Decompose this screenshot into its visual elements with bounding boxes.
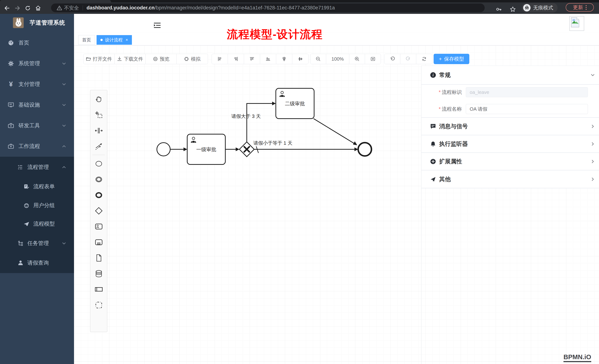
info-icon: i bbox=[430, 72, 436, 78]
browser-active-tab[interactable] bbox=[0, 0, 111, 2]
section-other[interactable]: 其他 bbox=[421, 170, 599, 188]
intermediate-event-icon[interactable] bbox=[90, 171, 107, 187]
sidebar-item-devtools[interactable]: 研发工具 bbox=[0, 115, 74, 136]
annotation-title: 流程模型-设计流程 bbox=[227, 27, 323, 42]
person-icon bbox=[17, 259, 24, 266]
sidebar: 芋道管理系统 首页 系统管理 ¥ 支付管理 基础设施 研发工具 bbox=[0, 14, 74, 364]
data-object-icon[interactable] bbox=[90, 250, 107, 266]
home-icon[interactable] bbox=[33, 3, 43, 13]
end-event[interactable] bbox=[358, 143, 371, 156]
chevron-down-icon bbox=[62, 241, 66, 246]
section-ext-attrs[interactable]: 扩展属性 bbox=[421, 153, 599, 170]
incognito-icon bbox=[523, 4, 530, 11]
send-icon bbox=[430, 176, 436, 182]
sidebar-item-payment[interactable]: ¥ 支付管理 bbox=[0, 74, 74, 95]
incognito-label: 无痕模式 bbox=[533, 4, 553, 11]
chevron-down-icon bbox=[590, 72, 595, 78]
sidebar-item-label: 流程模型 bbox=[33, 220, 55, 228]
sidebar-item-leave-query[interactable]: 请假查询 bbox=[0, 253, 74, 272]
bpmn-canvas[interactable]: 打开文件 下载文件 预览 模拟 bbox=[74, 45, 599, 364]
process-key-input[interactable] bbox=[466, 87, 588, 97]
sidebar-item-system[interactable]: 系统管理 bbox=[0, 53, 74, 74]
monitor-icon bbox=[7, 102, 14, 109]
flow-task2-end[interactable] bbox=[314, 119, 354, 143]
process-key-row: *流程标识 bbox=[421, 87, 599, 97]
sidebar-item-user-group[interactable]: 用户分组 bbox=[0, 196, 74, 215]
start-event-icon[interactable] bbox=[90, 156, 107, 171]
sidebar-item-label: 首页 bbox=[18, 39, 29, 47]
process-name-input[interactable] bbox=[466, 104, 588, 114]
sidebar-item-process-mgmt[interactable]: 流程管理 bbox=[0, 158, 74, 177]
chrome-menu-icon[interactable] bbox=[586, 5, 587, 10]
properties-panel: i 常规 *流程标识 *流程名称 消息与信号 bbox=[421, 66, 599, 188]
toolbox-icon bbox=[7, 122, 14, 129]
data-store-icon[interactable] bbox=[90, 266, 107, 281]
bpmn-io-logo[interactable]: BPMN.iO bbox=[564, 353, 591, 362]
tag-label: 设计流程 bbox=[105, 37, 123, 43]
group-icon[interactable] bbox=[90, 297, 107, 313]
forward-icon[interactable] bbox=[12, 3, 23, 13]
incognito-badge: 无痕模式 bbox=[522, 3, 558, 13]
sidebar-item-label: 任务管理 bbox=[27, 240, 49, 247]
start-event[interactable] bbox=[157, 143, 170, 156]
message-icon bbox=[430, 123, 436, 129]
plus-circle-icon bbox=[430, 158, 436, 165]
chevron-right-icon bbox=[590, 177, 595, 182]
sidebar-item-infrastructure[interactable]: 基础设施 bbox=[0, 95, 74, 115]
chevron-down-icon bbox=[62, 123, 66, 128]
user-avatar-broken-image[interactable] bbox=[569, 16, 584, 31]
chevron-right-icon bbox=[590, 159, 595, 164]
edge-label-le1: 请假小于等于 1 天 bbox=[254, 140, 292, 146]
address-bar[interactable]: 不安全 dashboard.yudao.iocoder.cn/bpm/manag… bbox=[51, 3, 485, 12]
tag-home[interactable]: 首页 bbox=[78, 35, 95, 45]
reload-icon[interactable] bbox=[23, 3, 33, 13]
chevron-down-icon bbox=[62, 82, 66, 87]
browser-tabstrip bbox=[0, 0, 599, 2]
update-label[interactable]: 更新 bbox=[573, 4, 583, 11]
process-key-label: 流程标识 bbox=[442, 89, 462, 95]
sidebar-item-task-mgmt[interactable]: 任务管理 bbox=[0, 234, 74, 253]
sidebar-item-workflow[interactable]: 工作流程 bbox=[0, 136, 74, 157]
sidebar-item-label: 流程管理 bbox=[27, 163, 49, 171]
yen-icon: ¥ bbox=[7, 81, 14, 88]
security-label[interactable]: 不安全 bbox=[64, 5, 79, 11]
chrome-update-button[interactable]: 更新 bbox=[566, 3, 594, 12]
password-key-icon[interactable] bbox=[493, 4, 504, 14]
paper-plane-icon bbox=[23, 220, 30, 228]
bookmark-star-icon[interactable] bbox=[508, 4, 518, 14]
chevron-up-icon bbox=[62, 144, 66, 149]
sidebar-item-home[interactable]: 首页 bbox=[0, 33, 74, 53]
sub-process-icon[interactable] bbox=[90, 234, 107, 250]
sidebar-item-process-form[interactable]: 流程表单 bbox=[0, 177, 74, 196]
sidebar-item-label: 用户分组 bbox=[33, 202, 55, 209]
required-mark: * bbox=[439, 106, 441, 112]
tag-design-process[interactable]: 设计流程 × bbox=[97, 35, 132, 45]
close-icon[interactable]: × bbox=[126, 37, 128, 42]
address-separator bbox=[83, 5, 83, 10]
participant-icon[interactable] bbox=[90, 281, 107, 297]
section-message-signal[interactable]: 消息与信号 bbox=[421, 118, 599, 135]
dashboard-icon bbox=[7, 39, 14, 46]
section-exec-listener[interactable]: 执行监听器 bbox=[421, 135, 599, 152]
arrowhead bbox=[184, 147, 187, 151]
sidebar-collapse-icon[interactable] bbox=[154, 22, 161, 29]
end-event-icon[interactable] bbox=[90, 187, 107, 203]
sidebar-logo-row[interactable]: 芋道管理系统 bbox=[0, 14, 74, 31]
global-connect-tool-icon[interactable] bbox=[90, 138, 107, 154]
process-name-label: 流程名称 bbox=[442, 106, 462, 112]
sidebar-item-label: 基础设施 bbox=[18, 101, 40, 109]
hand-tool-icon[interactable] bbox=[90, 91, 107, 107]
url-host[interactable]: dashboard.yudao.iocoder.cn bbox=[87, 5, 155, 11]
section-general[interactable]: i 常规 bbox=[421, 66, 599, 84]
flow-gateway-task2[interactable] bbox=[247, 103, 273, 142]
face-icon bbox=[23, 202, 30, 209]
gateway-icon[interactable] bbox=[90, 203, 107, 219]
lasso-tool-icon[interactable] bbox=[90, 107, 107, 123]
bell-icon bbox=[430, 141, 436, 147]
back-icon[interactable] bbox=[2, 3, 12, 13]
tags-view: 首页 设计流程 × bbox=[74, 33, 599, 45]
sidebar-item-process-model[interactable]: 流程模型 bbox=[0, 214, 74, 234]
url-path[interactable]: /bpm/manager/model/design?modelId=e4a1a1… bbox=[155, 5, 335, 11]
user-task-icon[interactable] bbox=[90, 219, 107, 234]
space-tool-icon[interactable] bbox=[90, 123, 107, 138]
